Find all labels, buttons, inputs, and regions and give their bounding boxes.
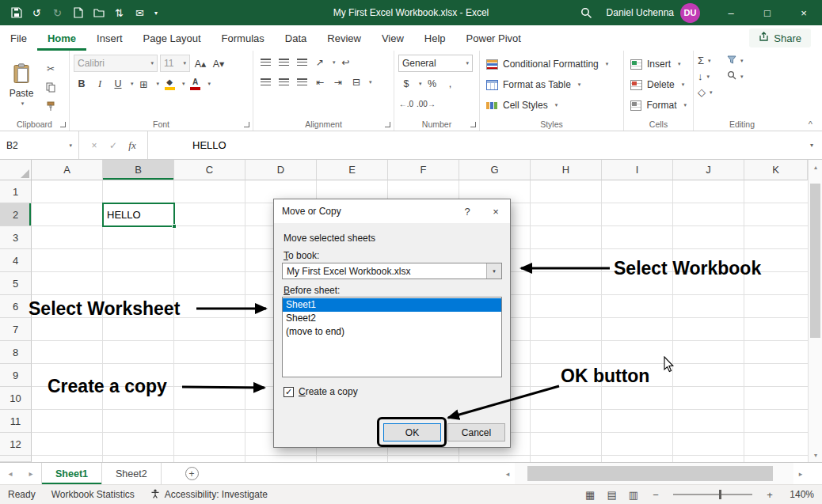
collapse-ribbon-icon[interactable]: ^ — [809, 119, 812, 129]
row-header-3[interactable]: 3 — [0, 226, 32, 249]
dialog-help-button[interactable]: ? — [453, 199, 481, 223]
sort-filter-icon[interactable] — [727, 55, 736, 66]
zoom-slider-thumb[interactable] — [719, 490, 721, 499]
font-size-select[interactable]: 11 ▾ — [160, 55, 190, 72]
save-icon[interactable] — [6, 2, 26, 24]
column-header-h[interactable]: H — [531, 160, 602, 180]
scroll-up-icon[interactable]: ▴ — [809, 160, 822, 174]
select-all-button[interactable] — [0, 160, 32, 180]
zoom-level[interactable]: 140% — [787, 489, 814, 500]
create-copy-checkbox[interactable]: ✓ Create a copy — [284, 386, 358, 397]
page-break-view-button[interactable]: ▥ — [629, 489, 638, 501]
sheet-nav-left-icon[interactable]: ◂ — [0, 469, 21, 478]
redo-icon[interactable]: ↻ — [48, 2, 67, 24]
dialog-launcher-icon[interactable] — [470, 122, 476, 127]
italic-button[interactable]: I — [92, 76, 108, 92]
row-header-2[interactable]: 2 — [0, 203, 32, 226]
tab-help[interactable]: Help — [414, 25, 456, 51]
qat-customize-icon[interactable]: ▾ — [150, 2, 162, 24]
new-sheet-button[interactable]: + — [185, 467, 199, 480]
list-item-sheet2[interactable]: Sheet2 — [283, 312, 501, 325]
scroll-left-icon[interactable]: ◂ — [500, 470, 515, 478]
column-header-a[interactable]: A — [32, 160, 103, 180]
tab-insert[interactable]: Insert — [86, 25, 133, 51]
column-header-b[interactable]: B — [103, 160, 174, 180]
expand-formula-bar-icon[interactable]: ▾ — [801, 131, 822, 159]
tab-power-pivot[interactable]: Power Pivot — [456, 25, 531, 51]
grow-font-icon[interactable]: A▴ — [192, 55, 208, 71]
column-header-i[interactable]: I — [602, 160, 673, 180]
shrink-font-icon[interactable]: A▾ — [211, 55, 226, 71]
fill-color-icon[interactable]: ◆ — [162, 76, 177, 92]
vertical-scrollbar-thumb[interactable] — [810, 184, 820, 338]
horizontal-scrollbar-thumb[interactable] — [527, 466, 773, 481]
merge-center-icon[interactable]: ⊟ — [348, 74, 364, 90]
scroll-right-icon[interactable]: ▸ — [793, 470, 808, 478]
align-top-icon[interactable] — [257, 55, 273, 70]
insert-function-icon[interactable]: fx — [124, 139, 141, 152]
column-header-f[interactable]: F — [388, 160, 459, 180]
user-name[interactable]: Daniel Uchenna — [607, 7, 674, 18]
tab-page-layout[interactable]: Page Layout — [133, 25, 211, 51]
row-header-11[interactable]: 11 — [0, 410, 32, 433]
to-book-select[interactable]: My First Excel Workbook.xlsx ▾ — [282, 263, 502, 279]
align-bottom-icon[interactable] — [294, 55, 310, 70]
dialog-close-icon[interactable]: × — [481, 199, 510, 223]
fill-handle[interactable] — [172, 224, 177, 229]
tab-home[interactable]: Home — [37, 25, 86, 51]
borders-icon[interactable]: ⊞ — [136, 76, 152, 92]
row-header-6[interactable]: 6 — [0, 295, 32, 318]
clear-icon[interactable]: ◇ — [698, 86, 706, 98]
row-header-1[interactable]: 1 — [0, 180, 32, 203]
horizontal-scrollbar-track[interactable] — [515, 463, 793, 484]
dialog-launcher-icon[interactable] — [244, 122, 249, 127]
open-folder-icon[interactable] — [89, 2, 108, 24]
maximize-button[interactable]: □ — [749, 0, 786, 25]
column-header-g[interactable]: G — [459, 160, 531, 180]
ok-button[interactable]: OK — [383, 423, 441, 441]
underline-button[interactable]: U — [110, 76, 126, 92]
accounting-format-icon[interactable]: $ — [398, 76, 414, 92]
decrease-decimal-icon[interactable]: .00→ — [417, 96, 436, 112]
zoom-in-button[interactable]: + — [764, 489, 775, 501]
autosum-icon[interactable]: Σ — [698, 55, 704, 66]
list-item-sheet1[interactable]: Sheet1 — [283, 298, 501, 312]
dialog-launcher-icon[interactable] — [385, 122, 390, 127]
tab-formulas[interactable]: Formulas — [211, 25, 275, 51]
scroll-down-icon[interactable]: ▾ — [809, 448, 822, 462]
tab-view[interactable]: View — [371, 25, 414, 51]
cancel-entry-icon[interactable]: × — [86, 140, 103, 151]
before-sheet-list[interactable]: Sheet1 Sheet2 (move to end) — [282, 297, 502, 377]
mail-icon[interactable]: ✉ — [130, 2, 150, 24]
minimize-button[interactable]: – — [713, 0, 749, 25]
cell-styles-button[interactable]: Cell Styles ▾ — [484, 97, 619, 114]
workbook-statistics-button[interactable]: Workbook Statistics — [51, 489, 135, 500]
share-button[interactable]: Share — [749, 28, 811, 47]
accessibility-status[interactable]: Accessibility: Investigate — [150, 489, 268, 501]
fill-down-icon[interactable]: ↓ — [698, 70, 703, 82]
row-header-8[interactable]: 8 — [0, 341, 32, 364]
checkbox-box[interactable]: ✓ — [284, 387, 294, 397]
name-box[interactable]: B2 ▾ — [0, 131, 79, 159]
font-color-icon[interactable]: A — [188, 76, 204, 92]
orientation-icon[interactable]: ↗ — [312, 55, 328, 70]
zoom-out-button[interactable]: − — [650, 489, 661, 501]
row-header-5[interactable]: 5 — [0, 272, 32, 295]
align-middle-icon[interactable] — [276, 55, 291, 70]
tab-file[interactable]: File — [0, 25, 37, 51]
row-header-7[interactable]: 7 — [0, 318, 32, 341]
delete-cells-button[interactable]: Delete ▾ — [628, 76, 689, 93]
dialog-launcher-icon[interactable] — [60, 122, 66, 127]
align-center-icon[interactable] — [276, 74, 291, 90]
copy-icon[interactable] — [42, 80, 59, 95]
active-cell-b2[interactable]: HELLO — [102, 203, 175, 227]
comma-style-icon[interactable]: , — [443, 76, 459, 92]
column-header-k[interactable]: K — [744, 160, 808, 180]
row-header-10[interactable]: 10 — [0, 387, 32, 410]
page-layout-view-button[interactable]: ▤ — [607, 489, 616, 501]
font-name-select[interactable]: Calibri ▾ — [74, 55, 158, 72]
insert-cells-button[interactable]: Insert ▾ — [628, 55, 689, 73]
column-header-d[interactable]: D — [245, 160, 317, 180]
sort-ascending-icon[interactable]: ⇅ — [109, 2, 129, 24]
align-right-icon[interactable] — [294, 74, 310, 90]
